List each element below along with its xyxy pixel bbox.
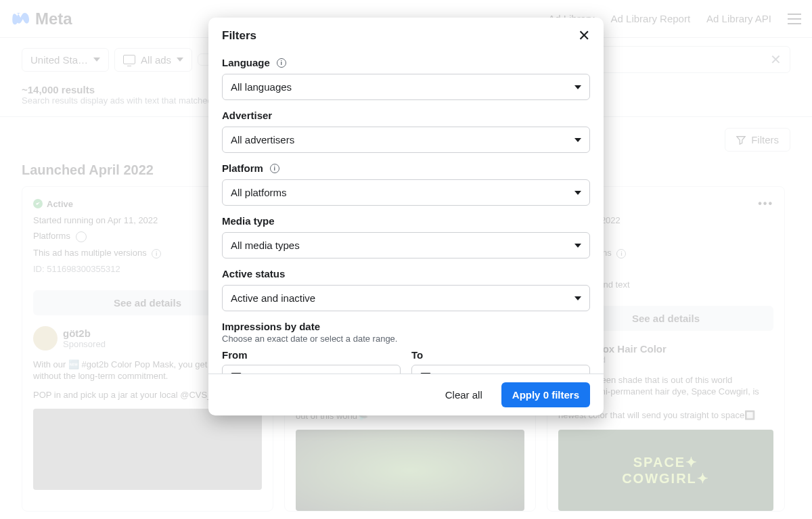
calendar-icon	[231, 373, 242, 374]
info-icon[interactable]: i	[270, 164, 279, 173]
from-col: From May 7, 2018	[222, 349, 401, 374]
chevron-down-icon	[574, 138, 581, 142]
to-col: To May 1, 2022	[411, 349, 590, 374]
from-date-input[interactable]: May 7, 2018	[222, 365, 401, 374]
apply-filters-button[interactable]: Apply 0 filters	[501, 382, 590, 407]
platform-group: Platformi All platforms	[222, 162, 590, 206]
calendar-icon	[420, 373, 431, 374]
impressions-group: Impressions by date Choose an exact date…	[222, 321, 590, 374]
to-date-input[interactable]: May 1, 2022	[411, 365, 590, 374]
info-icon[interactable]: i	[277, 58, 286, 68]
chevron-down-icon	[574, 296, 581, 300]
media-select[interactable]: All media types	[222, 232, 590, 258]
chevron-down-icon	[574, 191, 581, 195]
modal-overlay: Filters ✕ Languagei All languages Advert…	[0, 0, 812, 519]
modal-title: Filters	[222, 29, 256, 43]
chevron-down-icon	[574, 85, 581, 89]
advertiser-select[interactable]: All advertisers	[222, 127, 590, 153]
chevron-down-icon	[574, 244, 581, 248]
media-group: Media type All media types	[222, 215, 590, 258]
advertiser-group: Advertiser All advertisers	[222, 110, 590, 153]
language-group: Languagei All languages	[222, 57, 590, 100]
close-icon[interactable]: ✕	[578, 28, 590, 43]
status-select[interactable]: Active and inactive	[222, 285, 590, 311]
clear-all-button[interactable]: Clear all	[437, 384, 491, 406]
language-select[interactable]: All languages	[222, 74, 590, 100]
filters-modal: Filters ✕ Languagei All languages Advert…	[208, 18, 604, 415]
status-group: Active status Active and inactive	[222, 268, 590, 311]
platform-select[interactable]: All platforms	[222, 179, 590, 206]
